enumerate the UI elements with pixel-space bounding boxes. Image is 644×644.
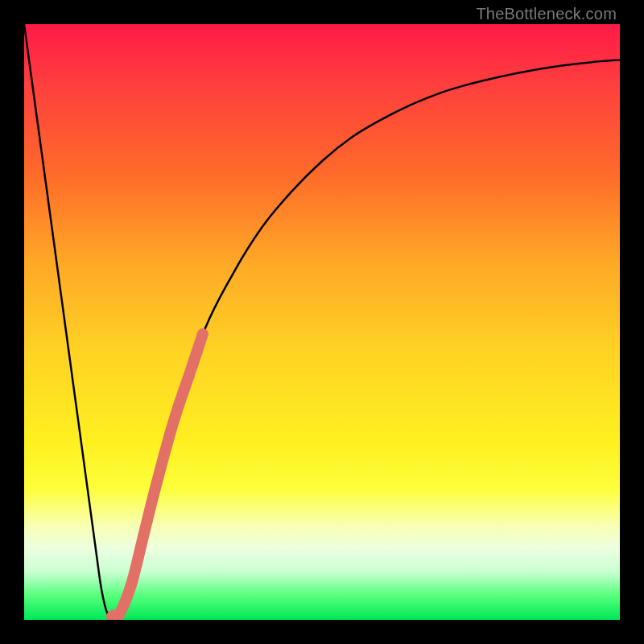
curve-layer [24,24,620,620]
plot-area [24,24,620,620]
chart-frame: TheBottleneck.com [0,0,644,644]
highlight-endpoint-icon [106,609,121,620]
highlight-segment [114,334,203,617]
bottleneck-curve [24,24,620,617]
attribution-label: TheBottleneck.com [476,5,617,23]
